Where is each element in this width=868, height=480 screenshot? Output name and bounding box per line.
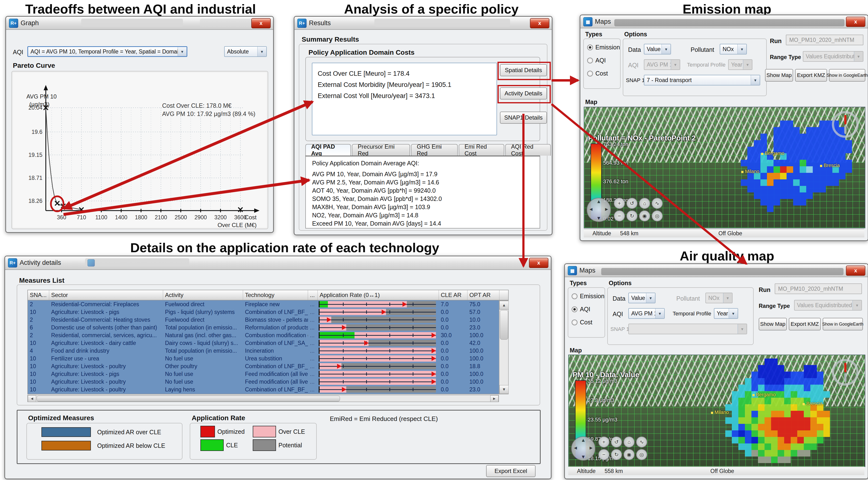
reset-icon[interactable]: ◎ — [652, 210, 663, 221]
range-type-combo[interactable]: Values Equidistributed▼ — [794, 300, 862, 311]
column-header[interactable]: Technology — [243, 290, 308, 300]
radio-cost[interactable]: Cost — [571, 319, 592, 326]
activity-details-button[interactable]: Activity Details — [500, 88, 547, 100]
column-header[interactable]: Sector — [49, 290, 163, 300]
export-kmz-button[interactable]: Export KMZ — [795, 69, 827, 81]
aqi-combo[interactable]: AVG PM 10▼ — [644, 59, 680, 70]
pan-left-icon[interactable]: ◄ — [573, 445, 578, 451]
table-row[interactable]: 10Agriculture: Livestock - pigsPigs - li… — [28, 308, 508, 316]
temporal-profile-combo[interactable]: Year▼ — [728, 59, 752, 70]
pan-right-icon[interactable]: ► — [604, 206, 609, 212]
rotate-ccw-icon[interactable]: ↺ — [626, 198, 638, 209]
pan-up-icon[interactable]: ▲ — [581, 437, 586, 443]
scroll-up-icon[interactable]: ▲ — [499, 301, 508, 310]
pollutant-combo[interactable]: NOx▼ — [705, 293, 733, 303]
aqi-combo[interactable]: AQI = AVG PM 10, Temporal Profile = Year… — [27, 46, 187, 57]
table-hscrollbar[interactable]: ◄ ► — [27, 395, 499, 402]
close-icon[interactable]: x — [529, 258, 548, 268]
range-type-combo[interactable]: Values Equidistributed▼ — [803, 51, 863, 62]
column-header[interactable]: OPT AR — [467, 290, 499, 300]
map-pan-control[interactable]: ▲▼◄► — [587, 198, 611, 222]
spatial-details-button[interactable]: Spatial Details — [500, 64, 547, 76]
tab-emi-red-cost[interactable]: Emi Red Cost — [459, 144, 504, 156]
snap1-combo[interactable]: 7 - Road transport▼ — [644, 75, 760, 85]
zoom-out-icon[interactable]: − — [598, 449, 610, 460]
close-icon[interactable]: x — [530, 18, 549, 28]
pan-down-icon[interactable]: ▼ — [581, 454, 586, 460]
pan-down-icon[interactable]: ▼ — [596, 215, 601, 221]
show-in-googleearth-button[interactable]: Show in GoogleEarth — [823, 318, 863, 331]
table-row[interactable]: 2Residential-Commercial: Heating stovesF… — [28, 316, 508, 323]
tilt-down-icon[interactable]: ◉ — [623, 449, 634, 460]
radio-emission[interactable]: Emission — [587, 44, 620, 51]
rotate-cw-icon[interactable]: ↻ — [611, 449, 622, 460]
export-kmz-button[interactable]: Export KMZ — [789, 318, 821, 331]
table-row[interactable]: 2Residential-Commercial: FireplacesFuelw… — [28, 300, 508, 308]
tilt-up-icon[interactable]: ⌂ — [639, 198, 650, 209]
column-header[interactable]: CLE AR — [439, 290, 467, 300]
tab-aqi-red-cost[interactable]: AQI Red Cost — [505, 144, 551, 156]
zoom-in-icon[interactable]: + — [598, 437, 610, 448]
activity-titlebar[interactable]: R+ Activity details x — [5, 256, 551, 270]
show-in-googleearth-button[interactable]: Show in GoogleEarth — [829, 69, 865, 81]
table-vscrollbar[interactable]: ▲ ▼ — [499, 300, 508, 394]
column-header[interactable]: Application Rate (0↔1) — [318, 290, 439, 300]
heading-icon[interactable]: ∿ — [652, 198, 663, 209]
radio-aqi[interactable]: AQI — [571, 306, 590, 313]
snap1-details-button[interactable]: SNAP1 Details — [500, 112, 547, 124]
table-row[interactable]: 10Fertilizer use - ureaNo fuel useUrea s… — [28, 354, 508, 363]
table-row[interactable]: 10Agriculture: Livestock - dairy cattleD… — [28, 339, 508, 347]
emission-map-viewport[interactable]: Pollutant = NOx - ParetoPoint 2753.24 to… — [584, 107, 865, 228]
mode-combo[interactable]: Absolute ▼ — [224, 46, 267, 57]
aq-map-viewport[interactable]: PM 10 - Data: Value35.12 µg/m327.3 µg/m3… — [568, 354, 865, 467]
heading-icon[interactable]: ∿ — [636, 437, 647, 448]
close-icon[interactable]: x — [846, 266, 865, 276]
map-pan-control[interactable]: ▲▼◄► — [571, 437, 595, 460]
tilt-up-icon[interactable]: ⌂ — [623, 437, 634, 448]
rotate-ccw-icon[interactable]: ↺ — [611, 437, 622, 448]
table-row[interactable]: 4Food and drink industryTotal population… — [28, 347, 508, 354]
scroll-right-icon[interactable]: ► — [490, 395, 498, 402]
export-excel-button[interactable]: Export Excel — [486, 465, 535, 477]
tab-ghg-emi-red[interactable]: GHG Emi Red — [411, 144, 458, 156]
zoom-in-icon[interactable]: + — [614, 198, 625, 209]
data-combo[interactable]: Value▼ — [644, 44, 671, 55]
rotate-cw-icon[interactable]: ↻ — [626, 210, 638, 221]
hscroll-thumb[interactable] — [37, 396, 340, 402]
column-header[interactable]: SNA... — [28, 290, 49, 300]
costs-textbox[interactable]: Cost Over CLE [Meuro] = 178.4External Co… — [312, 63, 497, 135]
table-row[interactable]: 2Residential, commercial, services, agri… — [28, 331, 508, 339]
pan-left-icon[interactable]: ◄ — [589, 206, 593, 212]
close-icon[interactable]: x — [846, 17, 865, 27]
run-field[interactable]: MO_PM10_2020_mhNTM — [786, 35, 863, 45]
run-field[interactable]: MO_PM10_2020_mhNTM — [775, 283, 862, 294]
pollutant-combo[interactable]: NOx▼ — [720, 44, 747, 55]
maps-titlebar[interactable]: ▦ Maps x — [580, 15, 868, 28]
temporal-profile-combo[interactable]: Year▼ — [714, 308, 738, 319]
table-row[interactable]: 6Domestic use of solvents (other than pa… — [28, 323, 508, 331]
column-header[interactable]: Activity — [163, 290, 243, 300]
table-row[interactable]: 10Agriculture: Livestock - pigsNo fuel u… — [28, 370, 508, 378]
show-map-button[interactable]: Show Map — [765, 69, 793, 81]
maps-titlebar[interactable]: ▦ Maps x — [565, 264, 868, 277]
tab-aqi-pad-avg[interactable]: AQI PAD Avg — [305, 144, 351, 156]
reset-icon[interactable]: ◎ — [636, 449, 647, 460]
column-header[interactable]: ... — [308, 290, 318, 300]
pan-up-icon[interactable]: ▲ — [596, 199, 601, 204]
snap1-combo[interactable]: ▼ — [628, 323, 747, 334]
tilt-down-icon[interactable]: ◉ — [639, 210, 650, 221]
radio-aqi[interactable]: AQI — [587, 57, 606, 64]
scroll-down-icon[interactable]: ▼ — [499, 385, 508, 394]
pan-right-icon[interactable]: ► — [589, 445, 593, 451]
results-titlebar[interactable]: R+ Results x — [294, 17, 552, 30]
aqi-combo[interactable]: AVG PM 10▼ — [628, 308, 665, 319]
zoom-out-icon[interactable]: − — [614, 210, 625, 221]
scroll-left-icon[interactable]: ◄ — [28, 395, 36, 402]
table-row[interactable]: 10Agriculture: Livestock - poultryLaying… — [28, 386, 508, 393]
table-row[interactable]: 10Agriculture: Livestock - poultryOther … — [28, 363, 508, 370]
graph-titlebar[interactable]: R+ Graph x — [6, 17, 273, 30]
close-icon[interactable]: x — [251, 18, 271, 28]
radio-cost[interactable]: Cost — [587, 70, 608, 77]
vscroll-thumb[interactable] — [500, 310, 508, 340]
data-combo[interactable]: Value▼ — [628, 293, 655, 303]
